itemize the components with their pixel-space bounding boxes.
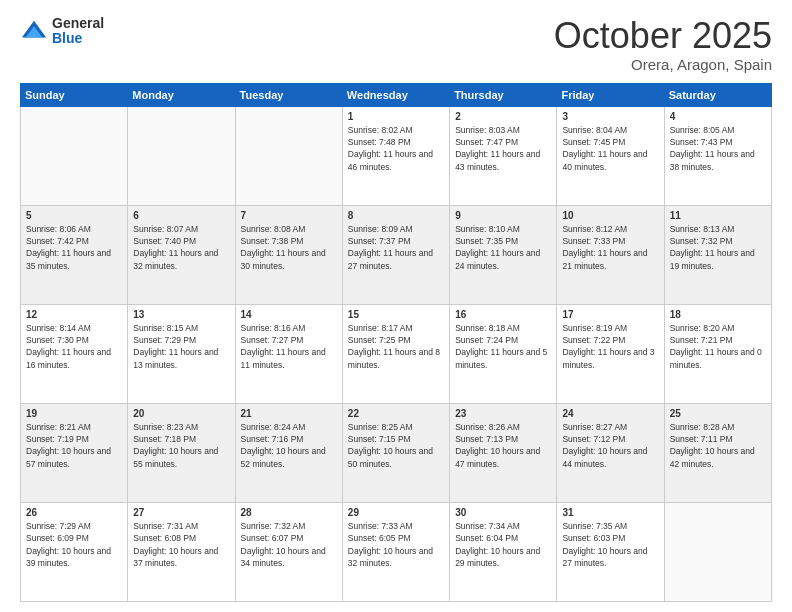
day-number: 4 bbox=[670, 111, 766, 122]
daylight-text: Daylight: 11 hours and 0 minutes. bbox=[670, 347, 762, 369]
daylight-text: Daylight: 10 hours and 29 minutes. bbox=[455, 546, 540, 568]
day-info: Sunrise: 8:28 AM Sunset: 7:11 PM Dayligh… bbox=[670, 421, 766, 470]
sunset-text: Sunset: 7:13 PM bbox=[455, 434, 518, 444]
sunset-text: Sunset: 7:43 PM bbox=[670, 137, 733, 147]
calendar-cell: 8 Sunrise: 8:09 AM Sunset: 7:37 PM Dayli… bbox=[342, 205, 449, 304]
calendar-cell: 26 Sunrise: 7:29 AM Sunset: 6:09 PM Dayl… bbox=[21, 502, 128, 601]
day-info: Sunrise: 8:26 AM Sunset: 7:13 PM Dayligh… bbox=[455, 421, 551, 470]
day-number: 28 bbox=[241, 507, 337, 518]
calendar-cell: 16 Sunrise: 8:18 AM Sunset: 7:24 PM Dayl… bbox=[450, 304, 557, 403]
sunrise-text: Sunrise: 8:24 AM bbox=[241, 422, 306, 432]
sunset-text: Sunset: 7:22 PM bbox=[562, 335, 625, 345]
header-friday: Friday bbox=[557, 83, 664, 106]
sunrise-text: Sunrise: 8:04 AM bbox=[562, 125, 627, 135]
daylight-text: Daylight: 11 hours and 19 minutes. bbox=[670, 248, 755, 270]
calendar-cell: 5 Sunrise: 8:06 AM Sunset: 7:42 PM Dayli… bbox=[21, 205, 128, 304]
daylight-text: Daylight: 11 hours and 11 minutes. bbox=[241, 347, 326, 369]
day-number: 16 bbox=[455, 309, 551, 320]
sunset-text: Sunset: 7:38 PM bbox=[241, 236, 304, 246]
day-number: 2 bbox=[455, 111, 551, 122]
location: Orera, Aragon, Spain bbox=[554, 56, 772, 73]
day-info: Sunrise: 8:25 AM Sunset: 7:15 PM Dayligh… bbox=[348, 421, 444, 470]
day-number: 18 bbox=[670, 309, 766, 320]
calendar-table: Sunday Monday Tuesday Wednesday Thursday… bbox=[20, 83, 772, 602]
sunrise-text: Sunrise: 7:32 AM bbox=[241, 521, 306, 531]
sunrise-text: Sunrise: 8:19 AM bbox=[562, 323, 627, 333]
sunset-text: Sunset: 7:37 PM bbox=[348, 236, 411, 246]
calendar-cell: 4 Sunrise: 8:05 AM Sunset: 7:43 PM Dayli… bbox=[664, 106, 771, 205]
day-info: Sunrise: 7:33 AM Sunset: 6:05 PM Dayligh… bbox=[348, 520, 444, 569]
day-number: 31 bbox=[562, 507, 658, 518]
calendar-cell: 24 Sunrise: 8:27 AM Sunset: 7:12 PM Dayl… bbox=[557, 403, 664, 502]
day-info: Sunrise: 8:07 AM Sunset: 7:40 PM Dayligh… bbox=[133, 223, 229, 272]
sunset-text: Sunset: 7:27 PM bbox=[241, 335, 304, 345]
calendar-cell: 17 Sunrise: 8:19 AM Sunset: 7:22 PM Dayl… bbox=[557, 304, 664, 403]
daylight-text: Daylight: 10 hours and 50 minutes. bbox=[348, 446, 433, 468]
sunrise-text: Sunrise: 8:05 AM bbox=[670, 125, 735, 135]
calendar-row-2: 5 Sunrise: 8:06 AM Sunset: 7:42 PM Dayli… bbox=[21, 205, 772, 304]
sunset-text: Sunset: 7:12 PM bbox=[562, 434, 625, 444]
logo-icon bbox=[20, 17, 48, 45]
day-info: Sunrise: 7:35 AM Sunset: 6:03 PM Dayligh… bbox=[562, 520, 658, 569]
logo: General Blue bbox=[20, 16, 104, 47]
sunrise-text: Sunrise: 8:02 AM bbox=[348, 125, 413, 135]
daylight-text: Daylight: 11 hours and 38 minutes. bbox=[670, 149, 755, 171]
sunrise-text: Sunrise: 8:12 AM bbox=[562, 224, 627, 234]
day-info: Sunrise: 7:29 AM Sunset: 6:09 PM Dayligh… bbox=[26, 520, 122, 569]
daylight-text: Daylight: 11 hours and 30 minutes. bbox=[241, 248, 326, 270]
day-number: 19 bbox=[26, 408, 122, 419]
sunset-text: Sunset: 6:09 PM bbox=[26, 533, 89, 543]
daylight-text: Daylight: 11 hours and 5 minutes. bbox=[455, 347, 547, 369]
calendar-cell bbox=[21, 106, 128, 205]
sunset-text: Sunset: 6:04 PM bbox=[455, 533, 518, 543]
day-number: 29 bbox=[348, 507, 444, 518]
sunrise-text: Sunrise: 8:18 AM bbox=[455, 323, 520, 333]
calendar-cell: 9 Sunrise: 8:10 AM Sunset: 7:35 PM Dayli… bbox=[450, 205, 557, 304]
header-thursday: Thursday bbox=[450, 83, 557, 106]
header-tuesday: Tuesday bbox=[235, 83, 342, 106]
day-info: Sunrise: 8:20 AM Sunset: 7:21 PM Dayligh… bbox=[670, 322, 766, 371]
daylight-text: Daylight: 11 hours and 8 minutes. bbox=[348, 347, 440, 369]
daylight-text: Daylight: 11 hours and 3 minutes. bbox=[562, 347, 654, 369]
daylight-text: Daylight: 11 hours and 40 minutes. bbox=[562, 149, 647, 171]
daylight-text: Daylight: 11 hours and 43 minutes. bbox=[455, 149, 540, 171]
day-number: 23 bbox=[455, 408, 551, 419]
day-number: 7 bbox=[241, 210, 337, 221]
daylight-text: Daylight: 11 hours and 21 minutes. bbox=[562, 248, 647, 270]
daylight-text: Daylight: 10 hours and 57 minutes. bbox=[26, 446, 111, 468]
calendar-cell: 28 Sunrise: 7:32 AM Sunset: 6:07 PM Dayl… bbox=[235, 502, 342, 601]
logo-text: General Blue bbox=[52, 16, 104, 47]
month-title: October 2025 bbox=[554, 16, 772, 56]
calendar-header-row: Sunday Monday Tuesday Wednesday Thursday… bbox=[21, 83, 772, 106]
sunrise-text: Sunrise: 8:17 AM bbox=[348, 323, 413, 333]
daylight-text: Daylight: 11 hours and 24 minutes. bbox=[455, 248, 540, 270]
day-info: Sunrise: 7:32 AM Sunset: 6:07 PM Dayligh… bbox=[241, 520, 337, 569]
sunset-text: Sunset: 6:07 PM bbox=[241, 533, 304, 543]
day-info: Sunrise: 8:08 AM Sunset: 7:38 PM Dayligh… bbox=[241, 223, 337, 272]
daylight-text: Daylight: 10 hours and 52 minutes. bbox=[241, 446, 326, 468]
sunset-text: Sunset: 7:30 PM bbox=[26, 335, 89, 345]
calendar-cell: 7 Sunrise: 8:08 AM Sunset: 7:38 PM Dayli… bbox=[235, 205, 342, 304]
sunset-text: Sunset: 7:42 PM bbox=[26, 236, 89, 246]
sunset-text: Sunset: 7:45 PM bbox=[562, 137, 625, 147]
calendar-cell: 23 Sunrise: 8:26 AM Sunset: 7:13 PM Dayl… bbox=[450, 403, 557, 502]
day-info: Sunrise: 8:02 AM Sunset: 7:48 PM Dayligh… bbox=[348, 124, 444, 173]
header-wednesday: Wednesday bbox=[342, 83, 449, 106]
daylight-text: Daylight: 10 hours and 55 minutes. bbox=[133, 446, 218, 468]
day-number: 21 bbox=[241, 408, 337, 419]
sunrise-text: Sunrise: 8:23 AM bbox=[133, 422, 198, 432]
day-info: Sunrise: 8:14 AM Sunset: 7:30 PM Dayligh… bbox=[26, 322, 122, 371]
day-number: 8 bbox=[348, 210, 444, 221]
calendar-cell: 18 Sunrise: 8:20 AM Sunset: 7:21 PM Dayl… bbox=[664, 304, 771, 403]
calendar-cell bbox=[664, 502, 771, 601]
sunrise-text: Sunrise: 8:15 AM bbox=[133, 323, 198, 333]
calendar-row-1: 1 Sunrise: 8:02 AM Sunset: 7:48 PM Dayli… bbox=[21, 106, 772, 205]
header-sunday: Sunday bbox=[21, 83, 128, 106]
sunset-text: Sunset: 7:24 PM bbox=[455, 335, 518, 345]
day-info: Sunrise: 7:34 AM Sunset: 6:04 PM Dayligh… bbox=[455, 520, 551, 569]
daylight-text: Daylight: 11 hours and 16 minutes. bbox=[26, 347, 111, 369]
calendar-cell: 27 Sunrise: 7:31 AM Sunset: 6:08 PM Dayl… bbox=[128, 502, 235, 601]
sunrise-text: Sunrise: 8:20 AM bbox=[670, 323, 735, 333]
sunrise-text: Sunrise: 8:26 AM bbox=[455, 422, 520, 432]
calendar-cell bbox=[128, 106, 235, 205]
